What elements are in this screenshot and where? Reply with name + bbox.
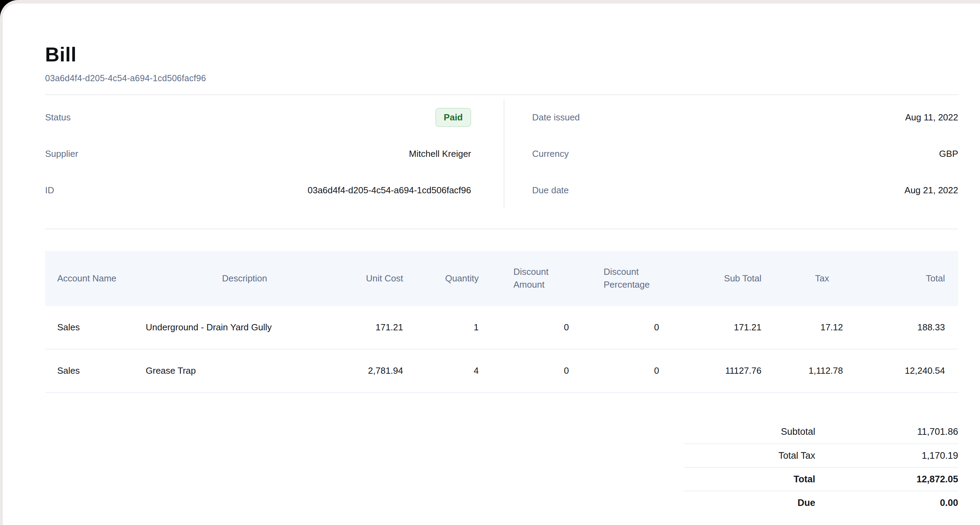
summary-row-subtotal: Subtotal 11,701.86 (683, 420, 958, 444)
bill-id-subtitle: 03a6d4f4-d205-4c54-a694-1cd506facf96 (45, 73, 958, 83)
cell-total: 12,240.54 (850, 349, 958, 393)
cell-account-name: Sales (45, 349, 146, 393)
subtotal-value: 11,701.86 (815, 426, 958, 437)
cell-discount-percentage: 0 (576, 306, 666, 349)
column-header-quantity: Quantity (410, 251, 486, 306)
cell-total: 188.33 (850, 306, 958, 349)
totals-summary: Subtotal 11,701.86 Total Tax 1,170.19 To… (683, 420, 958, 514)
detail-row-id: ID 03a6d4f4-d205-4c54-a694-1cd506facf96 (45, 172, 471, 208)
cell-sub-total: 11127.76 (666, 349, 768, 393)
column-header-discount-percentage: Discount Percentage (576, 251, 666, 306)
column-header-total: Total (850, 251, 958, 306)
cell-discount-amount: 0 (486, 349, 576, 393)
date-issued-label: Date issued (532, 112, 580, 123)
detail-row-supplier: Supplier Mitchell Kreiger (45, 136, 471, 172)
section-divider (45, 229, 958, 229)
bill-content: Bill 03a6d4f4-d205-4c54-a694-1cd506facf9… (3, 3, 980, 514)
details-right-column: Date issued Aug 11, 2022 Currency GBP Du… (532, 99, 958, 208)
due-date-value: Aug 21, 2022 (904, 185, 958, 196)
column-header-description: Description (146, 251, 350, 306)
total-tax-label: Total Tax (683, 450, 815, 461)
page-title: Bill (45, 44, 958, 65)
column-header-tax: Tax (768, 251, 850, 306)
column-header-sub-total: Sub Total (666, 251, 768, 306)
table-row: Sales Grease Trap 2,781.94 4 0 0 11127.7… (45, 349, 958, 393)
cell-description: Underground - Drain Yard Gully (146, 306, 350, 349)
detail-row-status: Status Paid (45, 99, 471, 136)
details-left-column: Status Paid Supplier Mitchell Kreiger ID… (45, 99, 471, 208)
cell-sub-total: 171.21 (666, 306, 768, 349)
bill-card: Bill 03a6d4f4-d205-4c54-a694-1cd506facf9… (3, 3, 980, 525)
column-header-unit-cost: Unit Cost (350, 251, 410, 306)
cell-description: Grease Trap (146, 349, 350, 393)
id-value: 03a6d4f4-d205-4c54-a694-1cd506facf96 (308, 185, 471, 196)
cell-tax: 17.12 (768, 306, 850, 349)
table-header-row: Account Name Description Unit Cost Quant… (45, 251, 958, 306)
cell-quantity: 4 (410, 349, 486, 393)
column-header-discount-amount: Discount Amount (486, 251, 576, 306)
cell-quantity: 1 (410, 306, 486, 349)
bill-details-section: Status Paid Supplier Mitchell Kreiger ID… (45, 95, 958, 218)
currency-label: Currency (532, 148, 569, 159)
status-label: Status (45, 112, 71, 123)
total-label: Total (683, 474, 815, 485)
due-date-label: Due date (532, 185, 569, 196)
summary-row-due: Due 0.00 (683, 491, 958, 514)
details-vertical-divider (504, 99, 504, 208)
currency-value: GBP (939, 148, 958, 159)
cell-unit-cost: 2,781.94 (350, 349, 410, 393)
summary-row-total-tax: Total Tax 1,170.19 (683, 444, 958, 467)
cell-unit-cost: 171.21 (350, 306, 410, 349)
due-label: Due (683, 498, 815, 508)
summary-row-total: Total 12,872.05 (683, 467, 958, 491)
column-header-account-name: Account Name (45, 251, 146, 306)
due-value: 0.00 (815, 498, 958, 508)
table-row: Sales Underground - Drain Yard Gully 171… (45, 306, 958, 349)
date-issued-value: Aug 11, 2022 (905, 112, 958, 123)
detail-row-currency: Currency GBP (532, 136, 958, 172)
cell-discount-percentage: 0 (576, 349, 666, 393)
cell-tax: 1,112.78 (768, 349, 850, 393)
total-value: 12,872.05 (815, 474, 958, 485)
status-badge: Paid (435, 108, 471, 127)
total-tax-value: 1,170.19 (815, 450, 958, 461)
cell-discount-amount: 0 (486, 306, 576, 349)
supplier-value: Mitchell Kreiger (409, 148, 471, 159)
subtotal-label: Subtotal (683, 426, 815, 437)
detail-row-due-date: Due date Aug 21, 2022 (532, 172, 958, 208)
id-label: ID (45, 185, 54, 196)
supplier-label: Supplier (45, 148, 78, 159)
detail-row-date-issued: Date issued Aug 11, 2022 (532, 99, 958, 136)
cell-account-name: Sales (45, 306, 146, 349)
line-items-table: Account Name Description Unit Cost Quant… (45, 251, 958, 393)
